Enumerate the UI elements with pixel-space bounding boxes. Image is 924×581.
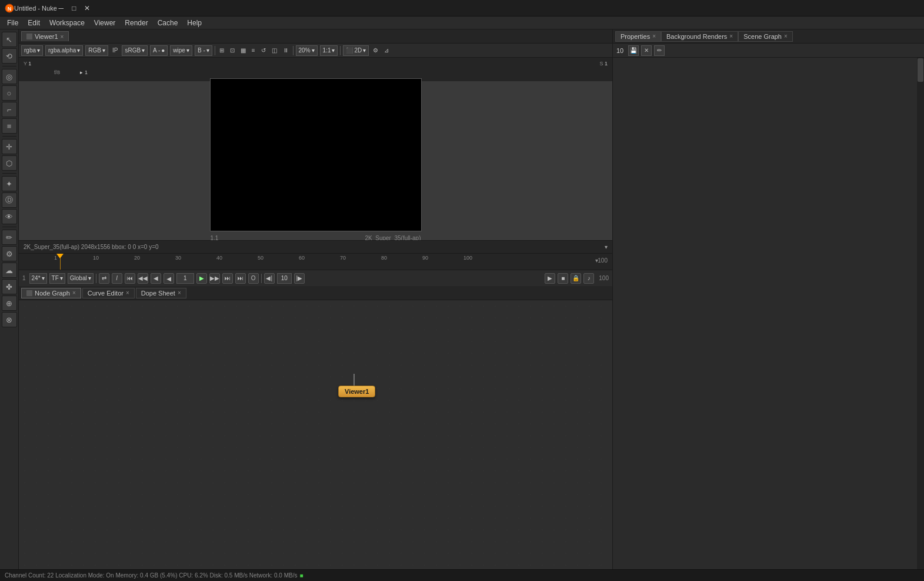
tc-btn-next-step[interactable]: |▶ bbox=[294, 273, 305, 284]
tool-eye[interactable]: 👁 bbox=[2, 209, 17, 224]
tab-bg-renders[interactable]: Background Renders × bbox=[661, 31, 738, 42]
vt-input-b[interactable]: B - ▾ bbox=[195, 45, 212, 56]
viewer-status-chevron[interactable]: ▾ bbox=[605, 244, 608, 250]
vt-wipe[interactable]: wipe ▾ bbox=[170, 45, 192, 56]
properties-tab-close[interactable]: × bbox=[652, 33, 656, 39]
vt-alpha-mode[interactable]: rgba.alpha ▾ bbox=[45, 45, 83, 56]
tab-curve-editor-close[interactable]: × bbox=[126, 290, 129, 296]
tc-scope[interactable]: Global ▾ bbox=[68, 273, 94, 284]
menu-render[interactable]: Render bbox=[120, 18, 152, 28]
props-btn-edit[interactable]: ✏ bbox=[654, 45, 665, 56]
tool-cloud[interactable]: ☁ bbox=[2, 263, 17, 278]
menu-workspace[interactable]: Workspace bbox=[45, 18, 89, 28]
tc-btn-next[interactable]: ▶▶ bbox=[209, 273, 220, 284]
s-label: S 1 bbox=[599, 61, 608, 67]
tool-link[interactable]: ⊗ bbox=[2, 312, 17, 327]
tool-crop[interactable]: ⌐ bbox=[2, 102, 17, 117]
vt-input-a[interactable]: A - ● bbox=[150, 45, 168, 56]
tool-3d[interactable]: ⬡ bbox=[2, 155, 17, 171]
vt-btn-reset[interactable]: ↺ bbox=[259, 47, 268, 54]
tab-scene-graph[interactable]: Scene Graph × bbox=[738, 31, 793, 42]
viewer-tab-close[interactable]: × bbox=[61, 34, 64, 40]
tc-btn-loop[interactable]: O bbox=[248, 273, 259, 284]
tool-select[interactable]: ↖ bbox=[2, 32, 17, 47]
viewer1-node[interactable]: Viewer1 bbox=[338, 386, 375, 397]
tool-move[interactable]: ✛ bbox=[2, 139, 17, 154]
node-graph-content[interactable]: Viewer1 bbox=[19, 300, 612, 581]
tab-node-graph[interactable]: Node Graph × bbox=[21, 288, 81, 298]
tool-globe[interactable]: ⊕ bbox=[2, 296, 17, 311]
menu-viewer[interactable]: Viewer bbox=[89, 18, 120, 28]
tc-btn-prev[interactable]: ◀ bbox=[151, 273, 161, 284]
tc-btn-next-key[interactable]: ⏭ bbox=[235, 273, 246, 284]
tc-btn-stop[interactable]: ■ bbox=[558, 273, 568, 284]
vt-btn-transform[interactable]: ⊞ bbox=[218, 47, 226, 54]
tab-properties[interactable]: Properties × bbox=[615, 31, 661, 42]
tc-btn-i[interactable]: I bbox=[112, 273, 122, 284]
maximize-button[interactable]: □ bbox=[70, 4, 78, 12]
vt-btn-roi2[interactable]: ⊿ bbox=[382, 47, 391, 54]
minimize-button[interactable]: ─ bbox=[57, 4, 65, 12]
tc-btn-prev-step[interactable]: ◀| bbox=[264, 273, 275, 284]
tc-btn-play-cached[interactable]: ▶ bbox=[545, 273, 555, 284]
tc-fps[interactable]: 24* ▾ bbox=[29, 273, 47, 284]
bg-renders-tab-close[interactable]: × bbox=[729, 33, 733, 39]
tab-dope-sheet[interactable]: Dope Sheet × bbox=[136, 288, 186, 298]
menu-help[interactable]: Help bbox=[182, 18, 206, 28]
viewer-tab-viewer1[interactable]: Viewer1 × bbox=[21, 31, 69, 41]
tool-transform[interactable]: ⟲ bbox=[2, 48, 17, 64]
tool-ocio[interactable]: Ⓓ bbox=[2, 192, 17, 208]
svg-rect-3 bbox=[26, 290, 32, 296]
tool-layers[interactable]: ≡ bbox=[2, 118, 17, 134]
right-scrollbar[interactable] bbox=[917, 58, 924, 581]
vt-colorspace[interactable]: sRGB ▾ bbox=[122, 45, 148, 56]
menu-cache[interactable]: Cache bbox=[153, 18, 183, 28]
menu-file[interactable]: File bbox=[2, 18, 23, 28]
vt-btn-settings[interactable]: ⚙ bbox=[371, 47, 380, 54]
tool-paint[interactable]: ✏ bbox=[2, 230, 17, 245]
vt-view-mode[interactable]: ⬛ 2D ▾ bbox=[343, 45, 369, 56]
tc-step-input[interactable] bbox=[277, 273, 292, 284]
vt-color-mode[interactable]: rgba ▾ bbox=[21, 45, 43, 56]
tick-20: 20 bbox=[134, 255, 140, 261]
vt-btn-list[interactable]: ≡ bbox=[250, 47, 257, 54]
svg-rect-2 bbox=[26, 34, 32, 39]
vt-btn-pause[interactable]: ⏸ bbox=[281, 47, 291, 54]
vt-btn-roi[interactable]: ◫ bbox=[270, 47, 279, 54]
tc-btn-lock[interactable]: 🔒 bbox=[571, 273, 581, 284]
props-btn-close-all[interactable]: ✕ bbox=[641, 45, 652, 56]
tab-node-graph-close[interactable]: × bbox=[72, 290, 76, 296]
properties-content bbox=[613, 58, 924, 581]
tool-circle[interactable]: ○ bbox=[2, 85, 17, 101]
tool-star[interactable]: ✦ bbox=[2, 176, 17, 191]
tc-btn-play[interactable]: ▶ bbox=[196, 273, 207, 284]
ruler-chevron[interactable]: ▾ bbox=[595, 257, 598, 264]
tc-btn-prev-key[interactable]: ⏮ bbox=[125, 273, 135, 284]
tool-node[interactable]: ✤ bbox=[2, 279, 17, 294]
tc-btn-prev2[interactable]: ▶ bbox=[164, 273, 174, 284]
menu-edit[interactable]: Edit bbox=[23, 18, 45, 28]
tab-dope-sheet-close[interactable]: × bbox=[178, 290, 181, 296]
vt-zoom[interactable]: 20% ▾ bbox=[296, 45, 318, 56]
vt-btn-grid[interactable]: ▦ bbox=[239, 47, 248, 54]
tool-wrench[interactable]: ⚙ bbox=[2, 246, 17, 261]
tool-viewer[interactable]: ◎ bbox=[2, 69, 17, 84]
right-tab-bar: Properties × Background Renders × Scene … bbox=[613, 29, 924, 44]
tc-btn-swap[interactable]: ⇄ bbox=[99, 273, 109, 284]
scene-graph-tab-close[interactable]: × bbox=[784, 33, 788, 39]
timeline-ruler[interactable]: 1 10 20 30 40 50 60 70 80 90 100 100 bbox=[19, 254, 612, 270]
chevron-down-icon-4: ▾ bbox=[142, 47, 145, 54]
tc-frame-input[interactable] bbox=[176, 273, 194, 284]
tc-mode[interactable]: TF ▾ bbox=[49, 273, 65, 284]
props-btn-save[interactable]: 💾 bbox=[628, 45, 639, 56]
tc-btn-next-frame[interactable]: ⏭ bbox=[222, 273, 233, 284]
tab-curve-editor[interactable]: Curve Editor × bbox=[82, 288, 135, 298]
vt-btn-overlay[interactable]: ⊡ bbox=[228, 47, 236, 54]
tc-btn-audio[interactable]: ♪ bbox=[583, 273, 594, 284]
scrollbar-thumb[interactable] bbox=[918, 58, 923, 82]
tc-btn-prev-frame[interactable]: ◀◀ bbox=[138, 273, 148, 284]
close-button[interactable]: ✕ bbox=[83, 4, 91, 12]
vt-aspect[interactable]: 1:1 ▾ bbox=[320, 45, 338, 56]
vt-channel-mode[interactable]: RGB ▾ bbox=[85, 45, 108, 56]
window-controls: ─ □ ✕ bbox=[57, 4, 91, 12]
